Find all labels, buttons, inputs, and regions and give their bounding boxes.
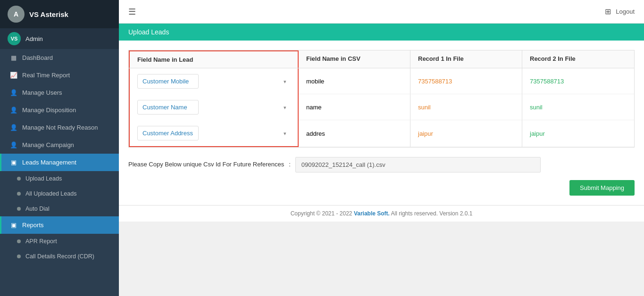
table-row: Customer Mobile Customer Name Customer A… bbox=[129, 94, 634, 120]
record1-1: 7357588713 bbox=[410, 68, 522, 94]
sidebar-item-reports[interactable]: ▣ Reports bbox=[0, 216, 119, 234]
sidebar-subitem-call-details[interactable]: Call Details Record (CDR) bbox=[0, 249, 119, 264]
topbar-right: ⊞ Logout bbox=[605, 7, 635, 16]
csv-label: Please Copy Below unique Csv Id For Futu… bbox=[128, 157, 284, 168]
admin-avatar: VS bbox=[8, 32, 21, 45]
csv-id-section: Please Copy Below unique Csv Id For Futu… bbox=[128, 157, 635, 173]
sidebar-nav: ▦ DashBoard 📈 Real Time Report 👤 Manage … bbox=[0, 49, 119, 296]
field-select-wrapper-2: Customer Mobile Customer Name Customer A… bbox=[129, 94, 299, 120]
sidebar-item-label: Real Time Report bbox=[22, 72, 70, 79]
submit-mapping-button[interactable]: Submit Mapping bbox=[569, 180, 635, 196]
table-row: Customer Mobile Customer Name Customer A… bbox=[129, 68, 634, 94]
sidebar-subitem-label: Auto Dial bbox=[25, 206, 50, 212]
csv-field-2: name bbox=[299, 94, 410, 120]
csv-id-input[interactable] bbox=[295, 157, 541, 173]
sidebar-subitem-label: All Uploaded Leads bbox=[25, 190, 76, 197]
admin-label: Admin bbox=[25, 35, 43, 42]
record2-1: 7357588713 bbox=[522, 68, 634, 94]
sidebar-item-label: Manage Users bbox=[22, 89, 62, 96]
topbar-left: ☰ bbox=[128, 7, 136, 17]
dashboard-icon: ▦ bbox=[10, 54, 17, 61]
page-body: Field Name in Lead Field Name in CSV Rec… bbox=[119, 41, 644, 205]
main-content: ☰ ⊞ Logout Upload Leads Field Name in Le… bbox=[119, 0, 644, 296]
user-icon: 👤 bbox=[10, 89, 17, 96]
dot-icon bbox=[17, 192, 21, 196]
csv-field-1: mobile bbox=[299, 68, 410, 94]
sidebar-item-label: DashBoard bbox=[22, 54, 53, 61]
col-header-record2: Record 2 In File bbox=[522, 50, 634, 68]
sidebar: A VS Asterisk VS Admin ▦ DashBoard 📈 Rea… bbox=[0, 0, 119, 296]
sidebar-item-label: Reports bbox=[22, 222, 44, 229]
record2-2: sunil bbox=[522, 94, 634, 120]
sidebar-subitem-all-uploaded-leads[interactable]: All Uploaded Leads bbox=[0, 186, 119, 201]
grid-icon: ⊞ bbox=[605, 7, 611, 16]
record1-3: jaipur bbox=[410, 120, 522, 147]
sidebar-item-manage-disposition[interactable]: 👤 Manage Disposition bbox=[0, 101, 119, 119]
dot-icon bbox=[17, 255, 21, 258]
sidebar-header: A VS Asterisk bbox=[0, 0, 119, 28]
sidebar-subitem-auto-dial[interactable]: Auto Dial bbox=[0, 201, 119, 216]
sidebar-subitem-label: Upload Leads bbox=[25, 175, 62, 182]
sidebar-item-leads-management[interactable]: ▣ Leads Management bbox=[0, 154, 119, 171]
field-select-2[interactable]: Customer Mobile Customer Name Customer A… bbox=[137, 100, 199, 115]
reports-icon: ▣ bbox=[10, 222, 17, 229]
col-header-record1: Record 1 In File bbox=[410, 50, 522, 68]
chart-icon: 📈 bbox=[10, 72, 17, 79]
footer-brand: Variable Soft. bbox=[354, 210, 390, 217]
sidebar-item-label: Manage Disposition bbox=[22, 107, 76, 114]
page-header: Upload Leads bbox=[119, 24, 644, 41]
topbar: ☰ ⊞ Logout bbox=[119, 0, 644, 24]
sidebar-item-manage-campaign[interactable]: 👤 Manage Campaign bbox=[0, 136, 119, 154]
sidebar-subitem-upload-leads[interactable]: Upload Leads bbox=[0, 171, 119, 186]
sidebar-subitem-label: Call Details Record (CDR) bbox=[25, 253, 94, 260]
record1-2: sunil bbox=[410, 94, 522, 120]
sidebar-item-dashboard[interactable]: ▦ DashBoard bbox=[0, 49, 119, 66]
field-select-wrapper-3: Customer Mobile Customer Name Customer A… bbox=[129, 120, 299, 147]
sidebar-subitem-label: APR Report bbox=[25, 238, 57, 245]
sidebar-item-manage-users[interactable]: 👤 Manage Users bbox=[0, 84, 119, 101]
col-header-field-name: Field Name in Lead bbox=[129, 50, 299, 68]
app-logo: A bbox=[8, 6, 25, 23]
campaign-icon: 👤 bbox=[10, 141, 17, 148]
hamburger-icon[interactable]: ☰ bbox=[128, 7, 136, 17]
disposition-icon: 👤 bbox=[10, 107, 17, 114]
leads-icon: ▣ bbox=[10, 159, 17, 166]
dot-icon bbox=[17, 177, 21, 181]
app-name: VS Asterisk bbox=[29, 10, 68, 18]
field-select-wrapper-1: Customer Mobile Customer Name Customer A… bbox=[129, 68, 299, 94]
csv-field-3: addres bbox=[299, 120, 410, 147]
dot-icon bbox=[17, 239, 21, 243]
record2-3: jaipur bbox=[522, 120, 634, 147]
dot-icon bbox=[17, 207, 21, 211]
sidebar-item-label: Manage Campaign bbox=[22, 141, 74, 148]
sidebar-item-label: Leads Management bbox=[22, 159, 76, 166]
mapping-table: Field Name in Lead Field Name in CSV Rec… bbox=[128, 50, 635, 148]
logout-button[interactable]: Logout bbox=[616, 8, 635, 15]
col-header-csv-field: Field Name in CSV bbox=[299, 50, 410, 68]
admin-bar: VS Admin bbox=[0, 28, 119, 49]
sidebar-subitem-apr-report[interactable]: APR Report bbox=[0, 234, 119, 249]
table-row: Customer Mobile Customer Name Customer A… bbox=[129, 120, 634, 147]
submit-section: Submit Mapping bbox=[128, 180, 635, 196]
sidebar-item-realtime[interactable]: 📈 Real Time Report bbox=[0, 66, 119, 84]
field-select-3[interactable]: Customer Mobile Customer Name Customer A… bbox=[137, 126, 199, 140]
sidebar-item-label: Manage Not Ready Reason bbox=[22, 124, 98, 131]
not-ready-icon: 👤 bbox=[10, 124, 17, 131]
table-headers: Field Name in Lead Field Name in CSV Rec… bbox=[129, 50, 634, 68]
content-area: Upload Leads Field Name in Lead Field Na… bbox=[119, 24, 644, 296]
field-select-1[interactable]: Customer Mobile Customer Name Customer A… bbox=[137, 74, 199, 89]
sidebar-item-manage-not-ready[interactable]: 👤 Manage Not Ready Reason bbox=[0, 119, 119, 136]
footer: Copyright © 2021 - 2022 Variable Soft. A… bbox=[119, 205, 644, 222]
